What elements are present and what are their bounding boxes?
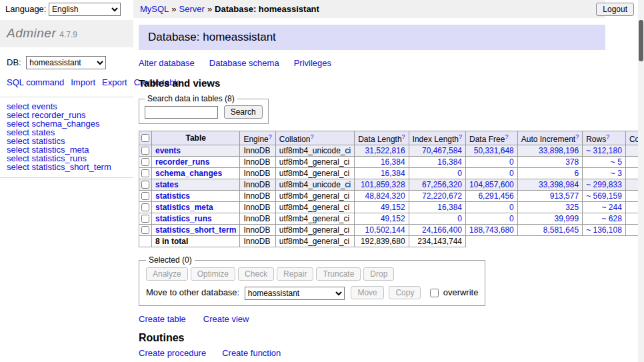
table-name-cell: statistics_meta (152, 202, 240, 213)
drop-button[interactable]: Drop (363, 267, 394, 281)
table-link-events[interactable]: events (155, 146, 181, 155)
breadcrumb-current: Database: homeassistant (215, 4, 319, 14)
row-checkbox-cell (139, 191, 152, 202)
create-view-link[interactable]: Create view (203, 314, 249, 324)
breadcrumb-mysql-link[interactable]: MySQL (140, 4, 169, 14)
table-link-recorder-runs[interactable]: recorder_runs (155, 157, 209, 167)
cell-collation: utf8mb4_general_ci (275, 168, 354, 179)
row-checkbox-cell (139, 145, 152, 157)
create-table-link[interactable]: Create table (139, 314, 186, 324)
move-button[interactable]: Move (351, 286, 383, 299)
language-select[interactable]: English (49, 3, 121, 16)
sidebar-table-link-select-statistics[interactable]: select statistics (7, 137, 127, 145)
table-link-statistics[interactable]: statistics (155, 191, 190, 201)
logout-button[interactable]: Logout (596, 3, 634, 16)
row-checkbox[interactable] (141, 203, 149, 211)
total-blank-cell (583, 236, 626, 247)
table-header-row: TableEngine?Collation?Data Length?Index … (139, 131, 644, 145)
repair-button[interactable]: Repair (277, 267, 313, 281)
move-db-select[interactable]: homeassistant (245, 287, 345, 300)
sidebar-table-link-select-statistics-short-term[interactable]: select statistics_short_term (7, 163, 127, 171)
check-button[interactable]: Check (238, 267, 274, 281)
optimize-button[interactable]: Optimize (191, 267, 235, 281)
column-header-auto-increment: Auto Increment? (517, 131, 582, 145)
sidebar-actions: SQL commandImportExportCreate table (0, 71, 133, 97)
sidebar-action-import[interactable]: Import (71, 77, 95, 87)
table-link-states[interactable]: states (155, 180, 179, 189)
app-version: 4.7.9 (59, 30, 77, 39)
row-checkbox[interactable] (141, 181, 149, 189)
cell-rows: ~ 628 (583, 213, 626, 225)
table-link-schema-changes[interactable]: schema_changes (155, 169, 222, 178)
database-links: Alter databaseDatabase schemaPrivileges (139, 58, 639, 68)
cell-data_free: 104,857,600 (466, 179, 518, 191)
cell-index_length: 67,256,320 (409, 179, 465, 191)
sidebar-table-link-select-events[interactable]: select events (7, 102, 127, 111)
privileges-link[interactable]: Privileges (294, 58, 331, 68)
create-procedure-link[interactable]: Create procedure (139, 348, 206, 358)
column-doc-link[interactable]: ? (269, 133, 272, 140)
db-selector-row: DB: homeassistant (0, 47, 133, 71)
column-doc-link[interactable]: ? (606, 133, 609, 140)
sidebar-table-link-select-schema-changes[interactable]: select schema_changes (7, 119, 127, 128)
row-checkbox[interactable] (141, 215, 149, 223)
page-title: Database: homeassistant (139, 25, 605, 50)
scrollbar-thumb[interactable] (639, 20, 643, 61)
table-link-statistics-short-term[interactable]: statistics_short_term (155, 225, 236, 235)
tables-table-head: TableEngine?Collation?Data Length?Index … (139, 131, 644, 145)
search-input[interactable] (145, 106, 218, 119)
sidebar-table-link-select-recorder-runs[interactable]: select recorder_runs (7, 111, 127, 119)
table-row-recorder-runs: recorder_runsInnoDButf8mb4_general_ci16,… (139, 157, 644, 168)
table-link-statistics-meta[interactable]: statistics_meta (155, 203, 213, 212)
vertical-scrollbar[interactable] (638, 0, 644, 362)
cell-rows: ~ 3 (583, 168, 626, 179)
sidebar-table-link-select-statistics-runs[interactable]: select statistics_runs (7, 154, 127, 163)
tables-table: TableEngine?Collation?Data Length?Index … (139, 131, 644, 247)
select-all-checkbox[interactable] (141, 134, 149, 142)
routine-links: Create procedureCreate function (139, 348, 639, 358)
row-checkbox[interactable] (141, 147, 149, 155)
sidebar-table-link-select-statistics-meta[interactable]: select statistics_meta (7, 145, 127, 154)
sidebar-table-link-select-states[interactable]: select states (7, 128, 127, 137)
column-doc-link[interactable]: ? (575, 133, 579, 140)
overwrite-checkbox[interactable] (430, 289, 439, 297)
row-checkbox[interactable] (141, 169, 149, 177)
selected-legend: Selected (0) (146, 255, 195, 265)
db-select[interactable]: homeassistant (26, 56, 106, 69)
breadcrumb-server-link[interactable]: Server (179, 4, 205, 14)
row-checkbox[interactable] (141, 158, 149, 166)
sidebar-action-export[interactable]: Export (102, 77, 127, 87)
cell-data_length: 49,152 (355, 213, 409, 225)
cell-data_length: 10,502,144 (355, 225, 409, 236)
tables-table-body: eventsInnoDButf8mb4_unicode_ci31,522,816… (139, 145, 644, 247)
analyze-button[interactable]: Analyze (146, 267, 188, 281)
cell-engine: InnoDB (240, 145, 275, 157)
cell-engine: InnoDB (240, 157, 275, 168)
column-doc-link[interactable]: ? (459, 133, 462, 140)
sidebar-action-sql-command[interactable]: SQL command (7, 77, 64, 87)
cell-collation: utf8mb4_general_ci (275, 157, 354, 168)
column-doc-link[interactable]: ? (402, 133, 405, 140)
column-doc-link[interactable]: ? (310, 133, 313, 140)
cell-engine: InnoDB (240, 179, 275, 191)
copy-button[interactable]: Copy (389, 286, 421, 299)
cell-auto_increment: 913,577 (517, 191, 582, 202)
language-label: Language: (5, 4, 46, 14)
breadcrumb-separator: » (171, 4, 176, 14)
create-function-link[interactable]: Create function (222, 348, 281, 358)
search-button[interactable]: Search (224, 105, 263, 119)
table-row-statistics-short-term: statistics_short_termInnoDButf8mb4_gener… (139, 225, 644, 236)
row-checkbox[interactable] (141, 192, 149, 200)
cell-collation: utf8mb4_general_ci (275, 213, 354, 225)
cell-data_length: 16,384 (355, 157, 409, 168)
column-header-data-length: Data Length? (355, 131, 409, 145)
column-doc-link[interactable]: ? (505, 133, 508, 140)
cell-engine: InnoDB (240, 191, 275, 202)
overwrite-label: overwrite (443, 287, 479, 297)
row-checkbox[interactable] (141, 226, 149, 234)
truncate-button[interactable]: Truncate (316, 267, 361, 281)
table-link-statistics-runs[interactable]: statistics_runs (155, 214, 212, 223)
database-schema-link[interactable]: Database schema (209, 58, 279, 68)
alter-database-link[interactable]: Alter database (139, 58, 195, 68)
cell-rows: ~ 312,180 (583, 145, 626, 157)
